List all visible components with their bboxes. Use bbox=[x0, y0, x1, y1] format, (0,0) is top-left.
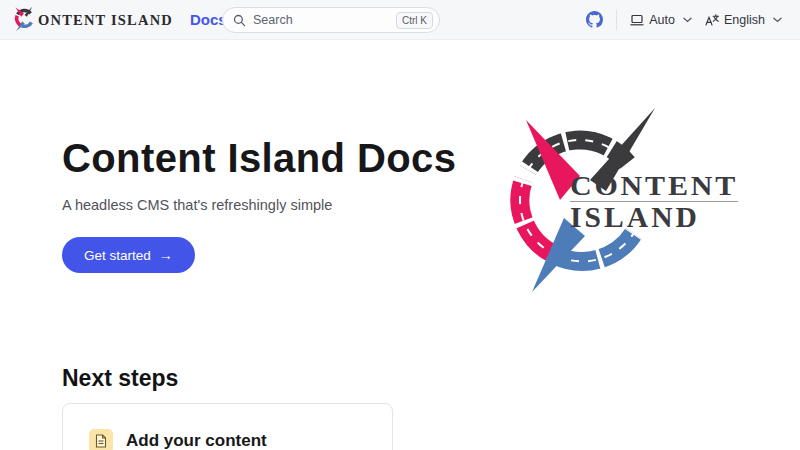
next-step-card-add-content[interactable]: Add your content bbox=[62, 403, 393, 450]
github-icon bbox=[586, 11, 603, 28]
header-actions: Auto English bbox=[586, 10, 782, 30]
chevron-down-icon bbox=[773, 17, 782, 23]
arrow-right-icon: → bbox=[159, 248, 173, 262]
translate-icon bbox=[705, 14, 719, 26]
laptop-icon bbox=[630, 14, 644, 26]
brand-wordmark: ONTENT ISLAND bbox=[38, 12, 173, 29]
github-link[interactable] bbox=[586, 11, 603, 28]
search-icon bbox=[233, 14, 246, 27]
search-bar[interactable]: Ctrl K bbox=[222, 7, 440, 33]
next-steps-heading: Next steps bbox=[62, 363, 800, 393]
compass-logo-icon bbox=[12, 6, 37, 33]
search-input[interactable] bbox=[253, 13, 389, 27]
hero-logo-line2: ISLAND bbox=[570, 201, 700, 233]
theme-label: Auto bbox=[649, 13, 675, 27]
get-started-label: Get started bbox=[84, 248, 151, 263]
language-switcher[interactable]: English bbox=[705, 13, 782, 27]
top-navbar: ONTENT ISLAND Docs Ctrl K Auto bbox=[0, 0, 800, 40]
search-shortcut-badge: Ctrl K bbox=[396, 12, 433, 29]
brand-logo[interactable]: ONTENT ISLAND bbox=[12, 6, 173, 33]
get-started-button[interactable]: Get started → bbox=[62, 237, 195, 273]
header-divider bbox=[616, 10, 617, 30]
chevron-down-icon bbox=[683, 17, 692, 23]
page-content: Content Island Docs A headless CMS that'… bbox=[0, 132, 800, 450]
language-label: English bbox=[724, 13, 765, 27]
card-title: Add your content bbox=[126, 431, 267, 450]
hero-logo-line1: CONTENT bbox=[570, 171, 738, 201]
theme-switcher[interactable]: Auto bbox=[630, 13, 692, 27]
content-island-hero-logo: CONTENT ISLAND bbox=[492, 100, 762, 300]
document-icon bbox=[89, 429, 113, 450]
